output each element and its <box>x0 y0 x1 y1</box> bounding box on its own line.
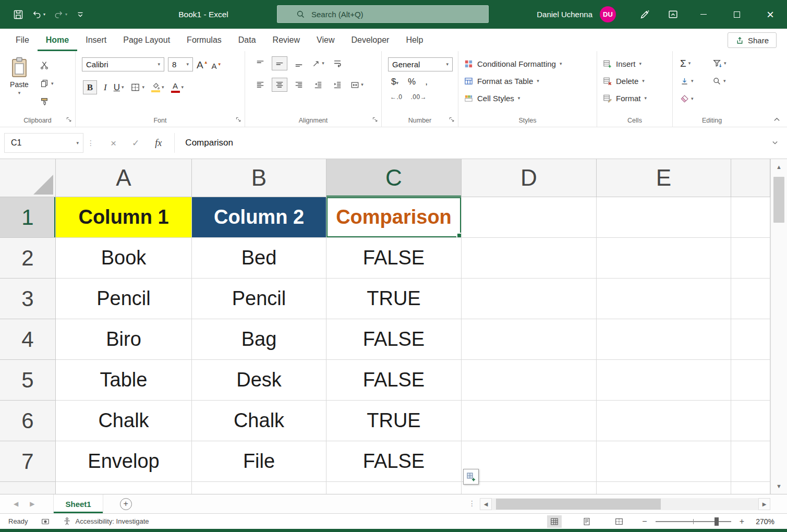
increase-font-size-button[interactable]: A▲ <box>197 59 208 70</box>
column-header-F-partial[interactable] <box>731 159 770 197</box>
previous-sheet-button[interactable]: ◀ <box>14 500 18 507</box>
cell-E1[interactable] <box>597 197 731 238</box>
underline-dropdown-chevron[interactable]: ▾ <box>122 85 124 90</box>
page-break-preview-button[interactable] <box>612 515 626 528</box>
underline-button[interactable]: U▾ <box>114 82 124 93</box>
tab-insert[interactable]: Insert <box>77 29 115 51</box>
page-layout-view-button[interactable] <box>579 515 594 528</box>
number-format-select[interactable]: General▾ <box>388 57 453 71</box>
borders-button[interactable]: ▾ <box>130 82 144 92</box>
expand-formula-bar-button[interactable] <box>763 140 787 146</box>
alignment-dialog-launcher[interactable] <box>372 116 379 123</box>
select-all-corner[interactable] <box>0 159 56 197</box>
italic-button[interactable]: I <box>104 82 107 93</box>
cell-F3[interactable] <box>731 279 770 319</box>
tab-view[interactable]: View <box>308 29 343 51</box>
formula-input[interactable]: Comparison <box>175 138 763 148</box>
column-header-E[interactable]: E <box>597 159 731 197</box>
fill-chevron[interactable]: ▾ <box>691 79 694 83</box>
inking-button[interactable] <box>631 0 659 29</box>
tab-review[interactable]: Review <box>264 29 308 51</box>
font-size-select[interactable]: 8▾ <box>168 57 193 71</box>
merge-center-dropdown-chevron[interactable]: ▾ <box>361 82 364 87</box>
name-box[interactable]: ▾ <box>4 133 83 153</box>
number-dialog-launcher[interactable] <box>449 116 455 123</box>
decrease-font-size-button[interactable]: A▼ <box>212 59 222 70</box>
copy-button[interactable]: ▾ <box>40 78 54 89</box>
cell-A8-partial[interactable] <box>56 482 192 494</box>
share-button[interactable]: Share <box>728 32 777 48</box>
font-name-select[interactable]: Calibri▾ <box>82 57 164 71</box>
cell-C1-selected[interactable]: Comparison <box>326 197 462 238</box>
normal-view-button[interactable] <box>547 515 562 528</box>
zoom-level[interactable]: 270% <box>753 517 774 526</box>
delete-cells-button[interactable]: Delete ▾ <box>602 74 672 88</box>
cell-B5[interactable]: Desk <box>192 360 326 401</box>
format-painter-button[interactable] <box>40 96 54 107</box>
scroll-right-button[interactable]: ▶ <box>758 498 770 510</box>
top-align-button[interactable] <box>252 56 268 70</box>
ribbon-display-options-button[interactable] <box>659 0 687 29</box>
confirm-entry-button[interactable]: ✓ <box>132 139 139 148</box>
macro-record-icon[interactable] <box>41 517 50 526</box>
cell-styles-chevron[interactable]: ▾ <box>518 96 520 101</box>
orientation-dropdown-chevron[interactable]: ▾ <box>322 61 324 66</box>
next-sheet-button[interactable]: ▶ <box>30 500 34 507</box>
cell-D8-partial[interactable] <box>462 482 597 494</box>
cell-A7[interactable]: Envelop <box>56 441 192 482</box>
cell-A1[interactable]: Column 1 <box>56 197 192 238</box>
tab-formulas[interactable]: Formulas <box>178 29 230 51</box>
name-box-chevron[interactable]: ▾ <box>76 141 79 146</box>
fill-color-button[interactable]: ▾ <box>151 82 164 92</box>
column-header-B[interactable]: B <box>192 159 326 197</box>
vertical-scrollbar[interactable]: ▲ ▼ <box>770 159 787 494</box>
find-select-button[interactable]: ▾ <box>712 75 750 87</box>
format-as-table-chevron[interactable]: ▾ <box>537 79 539 83</box>
comma-style-button[interactable]: , <box>425 77 428 87</box>
decrease-indent-button[interactable] <box>310 78 326 92</box>
copy-dropdown-chevron[interactable]: ▾ <box>51 81 54 86</box>
row-header-7[interactable]: 7 <box>0 441 56 482</box>
fill-color-dropdown-chevron[interactable]: ▾ <box>162 85 164 90</box>
clear-button[interactable]: ▾ <box>680 92 712 105</box>
conditional-formatting-chevron[interactable]: ▾ <box>560 62 562 66</box>
scroll-left-button[interactable]: ◀ <box>480 498 492 510</box>
cell-B3[interactable]: Pencil <box>192 279 326 319</box>
cell-B8-partial[interactable] <box>192 482 326 494</box>
row-header-2[interactable]: 2 <box>0 238 56 279</box>
find-select-chevron[interactable]: ▾ <box>723 79 726 83</box>
scroll-down-button[interactable]: ▼ <box>771 478 787 494</box>
name-box-input[interactable] <box>5 138 57 148</box>
collapse-ribbon-button[interactable] <box>773 116 781 123</box>
redo-dropdown-chevron[interactable]: ▾ <box>65 13 67 17</box>
format-cells-button[interactable]: Format ▾ <box>602 91 672 105</box>
cell-A5[interactable]: Table <box>56 360 192 401</box>
bold-button[interactable]: B <box>83 80 97 94</box>
undo-dropdown-chevron[interactable]: ▾ <box>43 13 45 17</box>
percent-style-button[interactable]: % <box>408 77 416 87</box>
cell-B4[interactable]: Bag <box>192 319 326 360</box>
cell-D7[interactable] <box>462 441 597 482</box>
cell-F4[interactable] <box>731 319 770 360</box>
cell-A2[interactable]: Book <box>56 238 192 279</box>
column-header-A[interactable]: A <box>56 159 192 197</box>
zoom-slider[interactable] <box>656 521 731 522</box>
cell-C2[interactable]: FALSE <box>326 238 462 279</box>
cell-E5[interactable] <box>597 360 731 401</box>
currency-format-button[interactable]: $▾ <box>391 77 398 87</box>
paste-dropdown-chevron[interactable]: ▾ <box>18 91 21 95</box>
cell-C8-partial[interactable] <box>326 482 462 494</box>
tab-page-layout[interactable]: Page Layout <box>115 29 178 51</box>
save-button[interactable] <box>11 8 25 21</box>
row-header-6[interactable]: 6 <box>0 401 56 441</box>
align-left-button[interactable] <box>252 78 268 92</box>
fill-button[interactable]: ▾ <box>680 75 712 87</box>
cell-C7[interactable]: FALSE <box>326 441 462 482</box>
cell-E4[interactable] <box>597 319 731 360</box>
conditional-formatting-button[interactable]: Conditional Formatting ▾ <box>464 57 597 70</box>
zoom-in-button[interactable]: + <box>740 517 744 526</box>
accessibility-status[interactable]: Accessibility: Investigate <box>63 517 149 526</box>
font-color-button[interactable]: A ▾ <box>171 82 184 93</box>
orientation-button[interactable]: ▾ <box>310 56 326 70</box>
cancel-entry-button[interactable]: × <box>111 138 116 148</box>
